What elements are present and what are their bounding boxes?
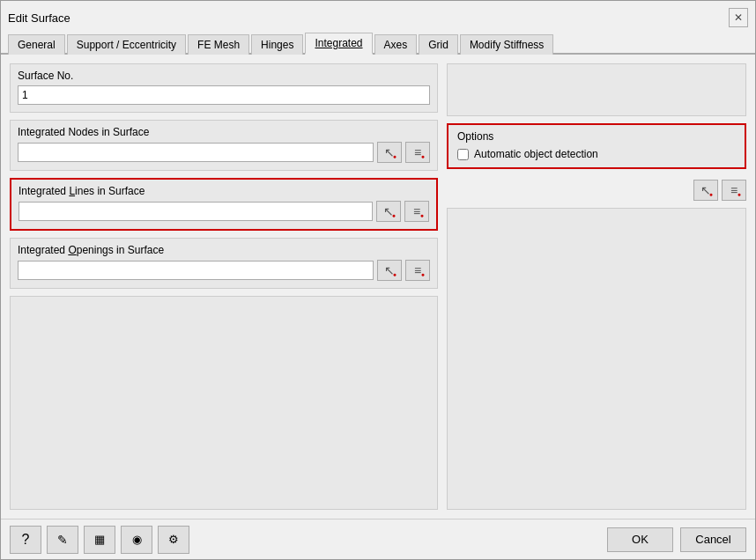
list-icon-right xyxy=(727,183,741,197)
cursor-icon xyxy=(382,145,397,159)
integrated-lines-input[interactable] xyxy=(19,202,373,221)
right-cursor-btn[interactable] xyxy=(693,180,718,201)
question-icon: ? xyxy=(22,532,30,548)
eye-icon: ◉ xyxy=(132,533,142,546)
cursor-icon-lines xyxy=(382,204,396,218)
right-top-empty xyxy=(447,63,746,116)
integrated-openings-label: Integrated Openings in Surface xyxy=(18,244,430,256)
bottom-left-icons: ? ✎ ▦ ◉ ⚙ xyxy=(10,526,189,554)
integrated-nodes-list-btn[interactable] xyxy=(405,142,430,163)
right-panel: Options Automatic object detection xyxy=(447,63,746,510)
left-empty-panel xyxy=(10,296,438,510)
options-title: Options xyxy=(457,130,736,143)
tab-hinges[interactable]: Hinges xyxy=(251,34,303,55)
integrated-lines-list-btn[interactable] xyxy=(404,201,429,222)
integrated-openings-input[interactable] xyxy=(18,261,374,280)
table-icon: ▦ xyxy=(94,533,105,546)
integrated-openings-cursor-btn[interactable] xyxy=(377,260,402,281)
tab-general[interactable]: General xyxy=(8,34,65,55)
list-icon xyxy=(411,145,425,159)
eye-btn[interactable]: ◉ xyxy=(121,526,152,554)
integrated-lines-group: Integrated Lines in Surface xyxy=(10,178,438,231)
integrated-nodes-group: Integrated Nodes in Surface xyxy=(10,120,438,171)
bottom-bar: ? ✎ ▦ ◉ ⚙ OK Cancel xyxy=(1,519,755,559)
integrated-nodes-label: Integrated Nodes in Surface xyxy=(18,126,430,138)
surface-no-label: Surface No. xyxy=(18,70,430,82)
ok-cancel-buttons: OK Cancel xyxy=(607,527,746,552)
cursor-icon-right xyxy=(699,183,713,197)
tab-bar: General Support / Eccentricity FE Mesh H… xyxy=(1,31,755,55)
edit-btn[interactable]: ✎ xyxy=(47,526,78,554)
tab-fe-mesh[interactable]: FE Mesh xyxy=(188,34,249,55)
auto-detect-row: Automatic object detection xyxy=(457,148,736,160)
left-panel: Surface No. Integrated Nodes in Surface xyxy=(10,63,438,510)
tab-grid[interactable]: Grid xyxy=(419,34,458,55)
surface-no-group: Surface No. xyxy=(10,63,438,113)
right-buttons-row xyxy=(447,180,746,201)
surface-no-input[interactable] xyxy=(18,85,430,105)
integrated-nodes-input[interactable] xyxy=(18,143,374,162)
help-btn[interactable]: ? xyxy=(10,526,41,554)
list-icon-openings xyxy=(411,263,425,277)
auto-detect-checkbox[interactable] xyxy=(457,149,469,160)
tab-integrated[interactable]: Integrated xyxy=(305,33,372,55)
integrated-lines-label: Integrated Lines in Surface xyxy=(19,185,429,197)
tab-modify-stiffness[interactable]: Modify Stiffness xyxy=(460,34,553,55)
content-area: Surface No. Integrated Nodes in Surface xyxy=(1,55,755,519)
list-icon-lines xyxy=(410,204,424,218)
integrated-openings-row xyxy=(18,260,430,281)
title-bar: Edit Surface ✕ xyxy=(1,1,755,29)
edit-surface-dialog: Edit Surface ✕ General Support / Eccentr… xyxy=(0,0,756,560)
integrated-openings-list-btn[interactable] xyxy=(405,260,430,281)
cursor-icon-openings xyxy=(382,263,397,277)
right-large-empty xyxy=(447,208,746,510)
integrated-nodes-cursor-btn[interactable] xyxy=(377,142,402,163)
integrated-lines-row xyxy=(19,201,429,222)
options-box: Options Automatic object detection xyxy=(447,123,746,169)
edit-icon: ✎ xyxy=(57,533,68,547)
gear-btn[interactable]: ⚙ xyxy=(158,526,189,554)
tab-support-eccentricity[interactable]: Support / Eccentricity xyxy=(67,34,186,55)
table-btn[interactable]: ▦ xyxy=(84,526,115,554)
ok-button[interactable]: OK xyxy=(607,527,673,552)
integrated-nodes-row xyxy=(18,142,430,163)
gear-icon: ⚙ xyxy=(168,533,179,546)
tab-axes[interactable]: Axes xyxy=(374,34,418,55)
close-button[interactable]: ✕ xyxy=(729,8,748,27)
cancel-button[interactable]: Cancel xyxy=(680,527,746,552)
dialog-title: Edit Surface xyxy=(8,11,70,25)
integrated-openings-group: Integrated Openings in Surface xyxy=(10,238,438,289)
auto-detect-label: Automatic object detection xyxy=(474,148,598,160)
right-list-btn[interactable] xyxy=(722,180,746,201)
integrated-lines-cursor-btn[interactable] xyxy=(376,201,401,222)
